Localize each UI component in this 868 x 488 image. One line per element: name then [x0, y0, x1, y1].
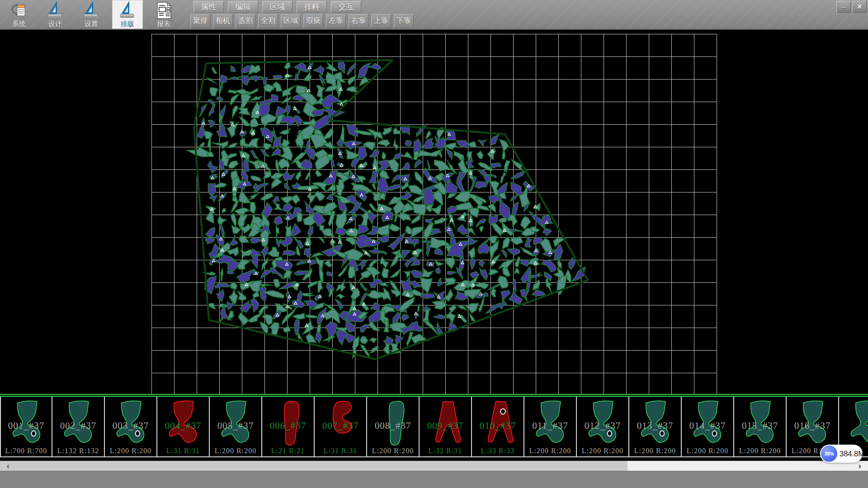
tool-button-3[interactable]: 选割: [236, 14, 255, 28]
tool-button-7[interactable]: 左靠: [326, 14, 346, 28]
nesting-canvas[interactable]: [0, 30, 868, 394]
part-lr-count: L:200 R:200: [629, 447, 681, 455]
part-shape-preview: [845, 399, 868, 448]
part-id-label: 008_#37: [367, 420, 419, 432]
part-id-label: 004_#37: [157, 420, 209, 432]
thumbnail-cell-9[interactable]: 009_#37L:32 R:31: [420, 397, 472, 456]
thumbnail-cell-1[interactable]: 001_#37L:700 R:700: [0, 397, 52, 456]
tool-button-9[interactable]: 上靠: [371, 14, 391, 28]
thumbnail-cell-10[interactable]: 010_#37L:33 R:33: [472, 397, 524, 456]
gear-doc-icon: [9, 1, 28, 20]
titlebar: 系统设计设置排版报表 属性编辑区域排料交互 聚排相机选割全割区域瑕疵左靠右靠上靠…: [0, 0, 868, 30]
thumbnail-cell-4[interactable]: 004_#37L:31 R:31: [157, 397, 210, 456]
set-square-icon: [46, 1, 65, 20]
part-id-label: 001_#37: [1, 420, 52, 432]
tool-button-1[interactable]: 聚排: [190, 14, 210, 28]
thumbnail-cell-6[interactable]: 006_#37L:21 R:21: [262, 397, 315, 456]
launcher-button-2[interactable]: 设计: [40, 0, 71, 29]
part-id-label: 002_#37: [52, 420, 104, 432]
scrollbar-thumb[interactable]: [0, 461, 627, 471]
part-id-label: 003_#37: [105, 420, 156, 432]
window-controls: ─ ✕: [836, 1, 867, 13]
memory-percent-badge: 38%: [821, 446, 837, 462]
part-lr-count: L:33 R:33: [472, 447, 524, 455]
part-lr-count: L:21 R:21: [262, 447, 314, 455]
thumbnail-cell-5[interactable]: 005_#37L:200 R:200: [210, 397, 262, 456]
set-square-icon: [118, 1, 137, 20]
menu-tab-bar: 属性编辑区域排料交互: [193, 1, 361, 13]
thumbnail-cell-13[interactable]: 013_#37L:200 R:200: [629, 397, 682, 456]
part-lr-count: L:200 R:200: [210, 447, 261, 455]
thumbnail-cell-7[interactable]: 007_#37L:31 R:31: [315, 397, 367, 456]
part-thumbnail-strip: 001_#37L:700 R:700002_#37L:132 R:132003_…: [0, 397, 868, 457]
part-lr-count: L:200 R:200: [577, 447, 628, 455]
part-lr-count: L:200 R:200: [367, 447, 419, 455]
part-id-label: 015_#37: [734, 420, 786, 432]
tool-button-10[interactable]: 下靠: [394, 14, 414, 28]
thumbnail-cell-11[interactable]: 011_#37L:200 R:200: [524, 397, 577, 456]
part-lr-count: L:200 R:200: [524, 447, 576, 455]
strip-gap: [0, 457, 868, 461]
menu-tab-2[interactable]: 编辑: [228, 1, 258, 13]
part-id-label: 016_#37: [787, 420, 838, 432]
part-lr-count: L:200 R:200: [734, 447, 786, 455]
thumbnail-cell-12[interactable]: 012_#37L:200 R:200: [577, 397, 629, 456]
part-id-label: 010_#37: [472, 420, 524, 432]
tool-button-6[interactable]: 瑕疵: [303, 14, 323, 28]
close-button[interactable]: ✕: [852, 1, 867, 13]
horizontal-scrollbar[interactable]: ‹ ›: [0, 461, 868, 471]
launcher-label: 报表: [157, 20, 170, 28]
part-id-label: 007_#37: [315, 420, 366, 432]
thumbnail-cell-14[interactable]: 014_#37L:200 R:200: [682, 397, 734, 456]
part-id-label: 013_#37: [629, 420, 681, 432]
thumbnail-cell-8[interactable]: 008_#37L:200 R:200: [367, 397, 420, 456]
menu-tab-4[interactable]: 排料: [297, 1, 327, 13]
launcher-button-4[interactable]: 排版: [112, 0, 143, 29]
thumbnail-cell-2[interactable]: 002_#37L:132 R:132: [52, 397, 105, 456]
part-id-label: 006_#37: [262, 420, 314, 432]
launcher-button-5[interactable]: 报表: [148, 0, 179, 29]
part-lr-count: L:132 R:132: [52, 447, 104, 455]
part-id-label: 014_#37: [682, 420, 733, 432]
memory-widget[interactable]: 38% 384.8M: [820, 445, 863, 463]
part-lr-count: L:200 R:200: [105, 447, 156, 455]
part-id-label: 005_#37: [210, 420, 261, 432]
thumbnail-cell-3[interactable]: 003_#37L:200 R:200: [105, 397, 157, 456]
tool-button-4[interactable]: 全割: [258, 14, 278, 28]
thumbnail-cell-15[interactable]: 015_#37L:200 R:200: [734, 397, 787, 456]
launcher-label: 设计: [48, 20, 62, 28]
tool-button-bar: 聚排相机选割全割区域瑕疵左靠右靠上靠下靠: [190, 14, 414, 28]
status-bar: [0, 471, 868, 488]
part-lr-count: L:32 R:31: [420, 447, 471, 455]
launcher-label: 系统: [12, 20, 26, 28]
menu-tab-5[interactable]: 交互: [331, 1, 361, 13]
part-lr-count: L:31 R:31: [315, 447, 366, 455]
tool-button-2[interactable]: 相机: [213, 14, 233, 28]
memory-size-label: 384.8M: [840, 445, 864, 463]
part-lr-count: L:31 R:31: [157, 447, 209, 455]
launcher-button-1[interactable]: 系统: [4, 0, 34, 29]
nesting-app-window: { "titlebar": { "launcher": [ {"label":"…: [0, 0, 868, 488]
launcher-bar: 系统设计设置排版报表: [4, 0, 179, 29]
part-lr-count: L:200 R:200: [682, 447, 733, 455]
part-id-label: 012_#37: [577, 420, 628, 432]
part-id-label: 009_#37: [420, 420, 471, 432]
tool-button-8[interactable]: 右靠: [349, 14, 368, 28]
part-id-label: 011_#37: [524, 420, 576, 432]
launcher-label: 设置: [85, 20, 98, 28]
workspace: [0, 30, 868, 394]
menu-tab-1[interactable]: 属性: [193, 1, 224, 13]
set-square-icon: [82, 1, 101, 20]
menu-tab-3[interactable]: 区域: [262, 1, 292, 13]
tool-button-5[interactable]: 区域: [281, 14, 301, 28]
launcher-label: 排版: [121, 20, 134, 28]
part-lr-count: L:700 R:700: [1, 447, 52, 455]
launcher-button-3[interactable]: 设置: [76, 0, 107, 29]
report-icon: [154, 1, 173, 20]
scroll-left-icon[interactable]: ‹: [0, 461, 16, 471]
minimize-button[interactable]: ─: [836, 1, 851, 13]
